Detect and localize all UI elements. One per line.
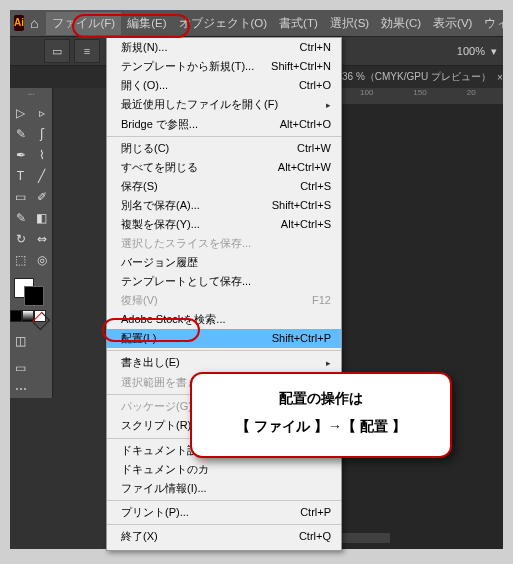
rotate-tool[interactable]: ↻ bbox=[10, 228, 31, 249]
pen-tool[interactable]: ✒ bbox=[10, 144, 31, 165]
zoom-level[interactable]: 100% bbox=[457, 45, 485, 57]
toolbar-grip: ┄ bbox=[28, 88, 35, 102]
menu-item-label: Adobe Stockを検索... bbox=[121, 312, 226, 327]
menu-item[interactable]: テンプレートとして保存... bbox=[107, 272, 341, 291]
direct-selection-tool[interactable]: ▹ bbox=[31, 102, 52, 123]
menu-item[interactable]: すべてを閉じるAlt+Ctrl+W bbox=[107, 158, 341, 177]
ruler-tick: 20 bbox=[467, 88, 476, 104]
menu-item-label: ファイル情報(I)... bbox=[121, 481, 207, 496]
menu-item-shortcut: Alt+Ctrl+O bbox=[280, 117, 331, 132]
menu-wi[interactable]: ウィ bbox=[478, 12, 513, 35]
menu-item-label: バージョン履歴 bbox=[121, 255, 198, 270]
home-icon[interactable]: ⌂ bbox=[30, 15, 38, 31]
shaper-tool[interactable]: ✎ bbox=[10, 207, 31, 228]
menu-item-label: 新規(N)... bbox=[121, 40, 167, 55]
magic-wand-tool[interactable]: ✎ bbox=[10, 123, 31, 144]
menu-item[interactable]: 保存(S)Ctrl+S bbox=[107, 177, 341, 196]
shape-builder-tool[interactable]: ◎ bbox=[31, 249, 52, 270]
menu-item[interactable]: 別名で保存(A)...Shift+Ctrl+S bbox=[107, 196, 341, 215]
menu-item[interactable]: ファイル情報(I)... bbox=[107, 479, 341, 498]
draw-mode[interactable]: ◫ bbox=[10, 330, 31, 351]
document-tab-label[interactable]: 36 %（CMYK/GPU プレビュー） bbox=[342, 70, 491, 84]
menu-item-label: テンプレートから新規(T)... bbox=[121, 59, 254, 74]
type-tool[interactable]: T bbox=[10, 165, 31, 186]
menu-item[interactable]: プリント(P)...Ctrl+P bbox=[107, 503, 341, 522]
menu-item-label: 開く(O)... bbox=[121, 78, 168, 93]
submenu-arrow-icon bbox=[326, 97, 331, 113]
canvas[interactable] bbox=[340, 104, 503, 549]
menu-item[interactable]: Adobe Stockを検索... bbox=[107, 310, 341, 329]
menu-item[interactable]: 最近使用したファイルを開く(F) bbox=[107, 95, 341, 115]
menu-item-shortcut: Ctrl+O bbox=[299, 78, 331, 93]
menu-item: 復帰(V)F12 bbox=[107, 291, 341, 310]
menubar: Ai ⌂ ファイル(F) 編集(E) オブジェクト(O) 書式(T) 選択(S)… bbox=[10, 10, 503, 36]
menu-item[interactable]: 閉じる(C)Ctrl+W bbox=[107, 139, 341, 158]
menu-item-label: プリント(P)... bbox=[121, 505, 189, 520]
file-menu-dropdown: 新規(N)...Ctrl+Nテンプレートから新規(T)...Shift+Ctrl… bbox=[106, 37, 342, 551]
menu-item-shortcut: Ctrl+W bbox=[297, 141, 331, 156]
menu-item[interactable]: 新規(N)...Ctrl+N bbox=[107, 38, 341, 57]
width-tool[interactable]: ⇔ bbox=[31, 228, 52, 249]
menu-item-label: 複製を保存(Y)... bbox=[121, 217, 200, 232]
menu-item-label: 閉じる(C) bbox=[121, 141, 169, 156]
menu-item-label: 配置(L)... bbox=[121, 331, 166, 346]
menu-item-label: 終了(X) bbox=[121, 529, 158, 544]
menu-item-label: ドキュメントのカ bbox=[121, 462, 209, 477]
stroke-swatch[interactable] bbox=[24, 286, 44, 306]
menu-item-shortcut: Ctrl+P bbox=[300, 505, 331, 520]
zoom-dropdown-icon[interactable]: ▾ bbox=[491, 45, 497, 58]
menu-item-label: Bridge で参照... bbox=[121, 117, 198, 132]
edit-toolbar[interactable]: ⋯ bbox=[10, 378, 31, 399]
menu-item-shortcut: Ctrl+S bbox=[300, 179, 331, 194]
ctrl-btn-1[interactable]: ▭ bbox=[44, 39, 70, 63]
menu-file[interactable]: ファイル(F) bbox=[46, 12, 121, 35]
menu-item[interactable]: 書き出し(E) bbox=[107, 353, 341, 373]
menu-edit[interactable]: 編集(E) bbox=[121, 12, 172, 35]
line-tool[interactable]: ╱ bbox=[31, 165, 52, 186]
menu-item-label: テンプレートとして保存... bbox=[121, 274, 251, 289]
menu-item-shortcut: Shift+Ctrl+P bbox=[272, 331, 331, 346]
curvature-tool[interactable]: ⌇ bbox=[31, 144, 52, 165]
menu-item-shortcut: Ctrl+Q bbox=[299, 529, 331, 544]
menu-item[interactable]: ドキュメントのカ bbox=[107, 460, 341, 479]
menu-item[interactable]: 複製を保存(Y)...Alt+Ctrl+S bbox=[107, 215, 341, 234]
menu-item-shortcut: Shift+Ctrl+S bbox=[272, 198, 331, 213]
submenu-arrow-icon bbox=[326, 355, 331, 371]
app-logo: Ai bbox=[14, 15, 24, 31]
menu-item-label: 書き出し(E) bbox=[121, 355, 180, 371]
menu-select[interactable]: 選択(S) bbox=[324, 12, 375, 35]
paintbrush-tool[interactable]: ✐ bbox=[31, 186, 52, 207]
menu-item-label: 最近使用したファイルを開く(F) bbox=[121, 97, 278, 113]
menu-item-shortcut: Ctrl+N bbox=[300, 40, 331, 55]
menu-item[interactable]: 開く(O)...Ctrl+O bbox=[107, 76, 341, 95]
lasso-tool[interactable]: ʃ bbox=[31, 123, 52, 144]
ruler-horizontal: 100 150 20 bbox=[340, 88, 503, 105]
menu-item-shortcut: Alt+Ctrl+W bbox=[278, 160, 331, 175]
close-tab-icon[interactable]: × bbox=[497, 72, 503, 83]
menu-item-label: 別名で保存(A)... bbox=[121, 198, 200, 213]
menu-object[interactable]: オブジェクト(O) bbox=[173, 12, 274, 35]
menu-item-label: スクリプト(R) bbox=[121, 418, 191, 434]
menu-view[interactable]: 表示(V) bbox=[427, 12, 478, 35]
menu-effect[interactable]: 効果(C) bbox=[375, 12, 427, 35]
menu-item-label: 選択したスライスを保存... bbox=[121, 236, 251, 251]
color-mode-none[interactable] bbox=[34, 310, 46, 322]
annotation-callout: 配置の操作は 【 ファイル 】→【 配置 】 bbox=[190, 372, 452, 458]
menu-item[interactable]: テンプレートから新規(T)...Shift+Ctrl+N bbox=[107, 57, 341, 76]
eraser-tool[interactable]: ◧ bbox=[31, 207, 52, 228]
color-mode-solid[interactable] bbox=[10, 310, 22, 322]
free-transform-tool[interactable]: ⬚ bbox=[10, 249, 31, 270]
ctrl-btn-2[interactable]: ≡ bbox=[74, 39, 100, 63]
menu-item: 選択したスライスを保存... bbox=[107, 234, 341, 253]
screen-mode[interactable]: ▭ bbox=[10, 357, 31, 378]
menu-item[interactable]: 終了(X)Ctrl+Q bbox=[107, 527, 341, 546]
menu-item[interactable]: バージョン履歴 bbox=[107, 253, 341, 272]
menu-item-shortcut: Shift+Ctrl+N bbox=[271, 59, 331, 74]
menu-type[interactable]: 書式(T) bbox=[273, 12, 324, 35]
menu-item[interactable]: 配置(L)...Shift+Ctrl+P bbox=[107, 329, 341, 348]
callout-line1: 配置の操作は bbox=[206, 384, 436, 412]
menu-item-shortcut: F12 bbox=[312, 293, 331, 308]
selection-tool[interactable]: ▷ bbox=[10, 102, 31, 123]
menu-item[interactable]: Bridge で参照...Alt+Ctrl+O bbox=[107, 115, 341, 134]
rectangle-tool[interactable]: ▭ bbox=[10, 186, 31, 207]
